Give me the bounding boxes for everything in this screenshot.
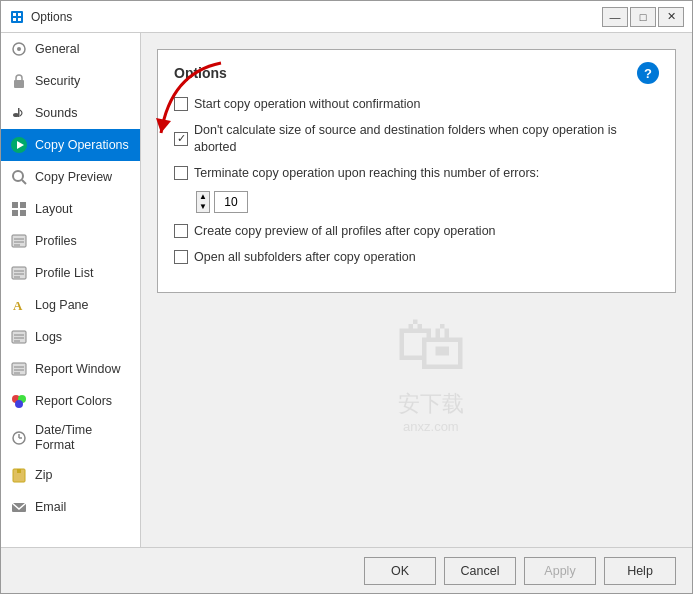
maximize-button[interactable]: □	[630, 7, 656, 27]
options-box: Options ? Start copy operation without c…	[157, 49, 676, 293]
datetime-format-icon	[9, 428, 29, 448]
checkbox-1[interactable]	[174, 97, 188, 111]
option-label-5: Open all subfolders after copy operation	[194, 249, 416, 265]
svg-rect-14	[12, 202, 18, 208]
sidebar: General Security Sounds Copy Operations …	[1, 33, 141, 547]
sidebar-label-datetime-format: Date/Time Format	[35, 423, 132, 453]
window-icon	[9, 9, 25, 25]
checkbox-2[interactable]	[174, 132, 188, 146]
sidebar-label-sounds: Sounds	[35, 106, 77, 121]
sidebar-item-log-pane[interactable]: A Log Pane	[1, 289, 140, 321]
sidebar-item-email[interactable]: Email	[1, 491, 140, 523]
title-bar: Options — □ ✕	[1, 1, 692, 33]
spinner-input[interactable]	[214, 191, 248, 213]
svg-point-12	[13, 171, 23, 181]
copy-preview-icon	[9, 167, 29, 187]
security-icon	[9, 71, 29, 91]
spinner-group: ▲ ▼	[196, 191, 248, 213]
svg-text:A: A	[13, 298, 23, 313]
sidebar-item-zip[interactable]: Zip	[1, 459, 140, 491]
zip-icon	[9, 465, 29, 485]
svg-rect-15	[20, 202, 26, 208]
svg-rect-3	[13, 18, 16, 21]
watermark-icon: 🛍	[395, 303, 467, 385]
sidebar-item-general[interactable]: General	[1, 33, 140, 65]
profiles-icon	[9, 231, 29, 251]
help-button[interactable]: Help	[604, 557, 676, 585]
sidebar-item-sounds[interactable]: Sounds	[1, 97, 140, 129]
sidebar-item-security[interactable]: Security	[1, 65, 140, 97]
ok-button[interactable]: OK	[364, 557, 436, 585]
svg-rect-4	[18, 18, 21, 21]
svg-point-6	[17, 47, 21, 51]
help-icon-button[interactable]: ?	[637, 62, 659, 84]
options-heading: Options	[174, 65, 227, 81]
sidebar-label-zip: Zip	[35, 468, 52, 483]
svg-line-13	[22, 180, 26, 184]
svg-rect-17	[20, 210, 26, 216]
sidebar-label-email: Email	[35, 500, 66, 515]
sidebar-label-copy-preview: Copy Preview	[35, 170, 112, 185]
sidebar-item-copy-preview[interactable]: Copy Preview	[1, 161, 140, 193]
report-colors-icon	[9, 391, 29, 411]
svg-rect-2	[18, 13, 21, 16]
sounds-icon	[9, 103, 29, 123]
spinner-up-button[interactable]: ▲	[197, 192, 209, 202]
svg-rect-42	[17, 469, 21, 473]
option-label-2: Don't calculate size of source and desti…	[194, 122, 659, 155]
sidebar-item-datetime-format[interactable]: Date/Time Format	[1, 417, 140, 459]
sidebar-label-copy-operations: Copy Operations	[35, 138, 129, 153]
minimize-button[interactable]: —	[602, 7, 628, 27]
option-row-1: Start copy operation without confirmatio…	[174, 96, 659, 112]
option-label-4: Create copy preview of all profiles afte…	[194, 223, 496, 239]
sidebar-label-layout: Layout	[35, 202, 73, 217]
sidebar-label-profile-list: Profile List	[35, 266, 93, 281]
watermark-subtext: anxz.com	[395, 419, 467, 434]
apply-button[interactable]: Apply	[524, 557, 596, 585]
email-icon	[9, 497, 29, 517]
sidebar-label-logs: Logs	[35, 330, 62, 345]
sidebar-label-log-pane: Log Pane	[35, 298, 89, 313]
checkbox-5[interactable]	[174, 250, 188, 264]
spinner-down-button[interactable]: ▼	[197, 202, 209, 212]
profile-list-icon	[9, 263, 29, 283]
spinner-row: ▲ ▼	[196, 191, 659, 213]
layout-icon	[9, 199, 29, 219]
sidebar-item-profile-list[interactable]: Profile List	[1, 257, 140, 289]
svg-point-37	[15, 400, 23, 408]
sidebar-label-report-colors: Report Colors	[35, 394, 112, 409]
main-content: General Security Sounds Copy Operations …	[1, 33, 692, 547]
options-title-row: Options ?	[174, 62, 659, 84]
svg-rect-0	[11, 11, 23, 23]
sidebar-item-report-window[interactable]: Report Window	[1, 353, 140, 385]
checkbox-3[interactable]	[174, 166, 188, 180]
option-row-4: Create copy preview of all profiles afte…	[174, 223, 659, 239]
sidebar-item-layout[interactable]: Layout	[1, 193, 140, 225]
cancel-button[interactable]: Cancel	[444, 557, 516, 585]
general-icon	[9, 39, 29, 59]
sidebar-item-copy-operations[interactable]: Copy Operations	[1, 129, 140, 161]
svg-rect-9	[18, 108, 20, 117]
option-row-5: Open all subfolders after copy operation	[174, 249, 659, 265]
log-pane-icon: A	[9, 295, 29, 315]
checkbox-4[interactable]	[174, 224, 188, 238]
sidebar-item-profiles[interactable]: Profiles	[1, 225, 140, 257]
option-label-1: Start copy operation without confirmatio…	[194, 96, 421, 112]
spinner-arrows: ▲ ▼	[196, 191, 210, 213]
sidebar-item-logs[interactable]: Logs	[1, 321, 140, 353]
footer: OK Cancel Apply Help	[1, 547, 692, 593]
copy-operations-icon	[9, 135, 29, 155]
option-row-3: Terminate copy operation upon reaching t…	[174, 165, 659, 181]
watermark-text: 安下载	[395, 389, 467, 419]
watermark: 🛍 安下载 anxz.com	[395, 303, 467, 434]
report-window-icon	[9, 359, 29, 379]
options-window: Options — □ ✕ General Security Sounds	[0, 0, 693, 594]
svg-rect-16	[12, 210, 18, 216]
close-button[interactable]: ✕	[658, 7, 684, 27]
content-area: Options ? Start copy operation without c…	[141, 33, 692, 547]
sidebar-label-security: Security	[35, 74, 80, 89]
logs-icon	[9, 327, 29, 347]
window-title: Options	[31, 10, 602, 24]
window-controls: — □ ✕	[602, 7, 684, 27]
sidebar-item-report-colors[interactable]: Report Colors	[1, 385, 140, 417]
